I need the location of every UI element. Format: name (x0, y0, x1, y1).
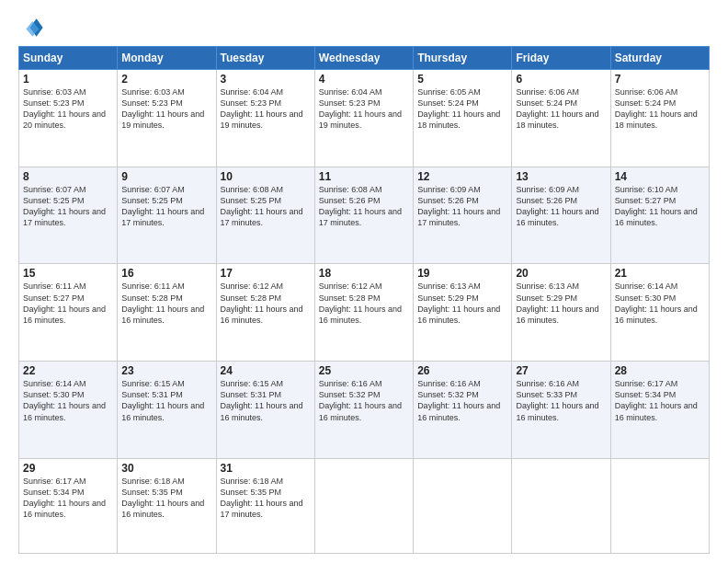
day-number: 30 (121, 462, 211, 475)
day-number: 12 (417, 170, 507, 183)
day-number: 22 (23, 364, 113, 377)
day-number: 8 (23, 170, 113, 183)
day-number: 1 (23, 73, 113, 86)
calendar-cell: 10 Sunrise: 6:08 AMSunset: 5:25 PMDaylig… (216, 167, 314, 264)
calendar-cell: 11 Sunrise: 6:08 AMSunset: 5:26 PMDaylig… (314, 167, 413, 264)
day-info: Sunrise: 6:08 AMSunset: 5:25 PMDaylight:… (221, 185, 303, 227)
calendar-cell: 5 Sunrise: 6:05 AMSunset: 5:24 PMDayligh… (414, 70, 512, 167)
calendar-cell: 7 Sunrise: 6:06 AMSunset: 5:24 PMDayligh… (610, 70, 709, 167)
day-number: 20 (516, 267, 606, 280)
day-number: 10 (221, 170, 311, 183)
calendar-cell: 23 Sunrise: 6:15 AMSunset: 5:31 PMDaylig… (118, 362, 216, 459)
day-info: Sunrise: 6:11 AMSunset: 5:27 PMDaylight:… (23, 282, 106, 324)
day-info: Sunrise: 6:14 AMSunset: 5:30 PMDaylight:… (615, 282, 698, 324)
day-info: Sunrise: 6:06 AMSunset: 5:24 PMDaylight:… (516, 87, 598, 130)
logo (18, 15, 48, 40)
day-number: 24 (221, 364, 311, 377)
day-info: Sunrise: 6:04 AMSunset: 5:23 PMDaylight:… (221, 87, 303, 130)
day-header-tuesday: Tuesday (216, 47, 314, 70)
calendar-cell: 2 Sunrise: 6:03 AMSunset: 5:23 PMDayligh… (118, 70, 216, 167)
calendar-cell: 19 Sunrise: 6:13 AMSunset: 5:29 PMDaylig… (414, 264, 512, 362)
day-number: 6 (516, 73, 606, 86)
day-header-sunday: Sunday (19, 47, 118, 70)
logo-icon (18, 15, 44, 40)
day-info: Sunrise: 6:14 AMSunset: 5:30 PMDaylight:… (23, 379, 106, 421)
day-number: 27 (516, 364, 606, 377)
day-info: Sunrise: 6:06 AMSunset: 5:24 PMDaylight:… (615, 87, 698, 130)
calendar-week-2: 8 Sunrise: 6:07 AMSunset: 5:25 PMDayligh… (19, 167, 710, 264)
day-info: Sunrise: 6:13 AMSunset: 5:29 PMDaylight:… (417, 282, 500, 324)
day-number: 16 (121, 267, 211, 280)
calendar-cell (610, 458, 709, 553)
calendar-cell: 6 Sunrise: 6:06 AMSunset: 5:24 PMDayligh… (512, 70, 610, 167)
day-info: Sunrise: 6:08 AMSunset: 5:26 PMDaylight:… (319, 185, 402, 227)
day-number: 29 (23, 462, 113, 475)
day-info: Sunrise: 6:07 AMSunset: 5:25 PMDaylight:… (23, 185, 106, 227)
calendar-week-5: 29 Sunrise: 6:17 AMSunset: 5:34 PMDaylig… (19, 458, 710, 553)
day-number: 19 (417, 267, 507, 280)
day-info: Sunrise: 6:17 AMSunset: 5:34 PMDaylight:… (23, 477, 106, 519)
day-number: 21 (615, 267, 705, 280)
day-info: Sunrise: 6:12 AMSunset: 5:28 PMDaylight:… (319, 282, 402, 324)
calendar-cell: 28 Sunrise: 6:17 AMSunset: 5:34 PMDaylig… (610, 362, 709, 459)
day-number: 23 (121, 364, 211, 377)
calendar-cell (314, 458, 413, 553)
day-number: 4 (319, 73, 409, 86)
day-number: 11 (319, 170, 409, 183)
day-info: Sunrise: 6:09 AMSunset: 5:26 PMDaylight:… (516, 185, 598, 227)
day-header-wednesday: Wednesday (314, 47, 413, 70)
day-info: Sunrise: 6:15 AMSunset: 5:31 PMDaylight:… (121, 379, 204, 421)
calendar-cell: 14 Sunrise: 6:10 AMSunset: 5:27 PMDaylig… (610, 167, 709, 264)
calendar-cell: 20 Sunrise: 6:13 AMSunset: 5:29 PMDaylig… (512, 264, 610, 362)
day-number: 18 (319, 267, 409, 280)
day-number: 7 (615, 73, 705, 86)
day-number: 5 (417, 73, 507, 86)
calendar-week-3: 15 Sunrise: 6:11 AMSunset: 5:27 PMDaylig… (19, 264, 710, 362)
calendar-cell: 27 Sunrise: 6:16 AMSunset: 5:33 PMDaylig… (512, 362, 610, 459)
calendar-cell: 31 Sunrise: 6:18 AMSunset: 5:35 PMDaylig… (216, 458, 314, 553)
calendar-cell: 16 Sunrise: 6:11 AMSunset: 5:28 PMDaylig… (118, 264, 216, 362)
calendar-cell: 12 Sunrise: 6:09 AMSunset: 5:26 PMDaylig… (414, 167, 512, 264)
day-info: Sunrise: 6:05 AMSunset: 5:24 PMDaylight:… (417, 87, 500, 130)
calendar-cell: 24 Sunrise: 6:15 AMSunset: 5:31 PMDaylig… (216, 362, 314, 459)
day-number: 3 (221, 73, 311, 86)
day-info: Sunrise: 6:03 AMSunset: 5:23 PMDaylight:… (121, 87, 204, 130)
calendar-cell: 8 Sunrise: 6:07 AMSunset: 5:25 PMDayligh… (19, 167, 118, 264)
day-info: Sunrise: 6:18 AMSunset: 5:35 PMDaylight:… (221, 477, 303, 519)
day-number: 14 (615, 170, 705, 183)
calendar-cell: 3 Sunrise: 6:04 AMSunset: 5:23 PMDayligh… (216, 70, 314, 167)
calendar-cell: 25 Sunrise: 6:16 AMSunset: 5:32 PMDaylig… (314, 362, 413, 459)
day-info: Sunrise: 6:16 AMSunset: 5:33 PMDaylight:… (516, 379, 598, 421)
day-info: Sunrise: 6:16 AMSunset: 5:32 PMDaylight:… (417, 379, 500, 421)
day-info: Sunrise: 6:10 AMSunset: 5:27 PMDaylight:… (615, 185, 698, 227)
day-info: Sunrise: 6:15 AMSunset: 5:31 PMDaylight:… (221, 379, 303, 421)
day-info: Sunrise: 6:16 AMSunset: 5:32 PMDaylight:… (319, 379, 402, 421)
day-info: Sunrise: 6:09 AMSunset: 5:26 PMDaylight:… (417, 185, 500, 227)
calendar-cell: 18 Sunrise: 6:12 AMSunset: 5:28 PMDaylig… (314, 264, 413, 362)
page: SundayMondayTuesdayWednesdayThursdayFrid… (0, 0, 728, 563)
calendar-cell: 26 Sunrise: 6:16 AMSunset: 5:32 PMDaylig… (414, 362, 512, 459)
day-number: 28 (615, 364, 705, 377)
calendar-cell: 22 Sunrise: 6:14 AMSunset: 5:30 PMDaylig… (19, 362, 118, 459)
day-header-saturday: Saturday (610, 47, 709, 70)
calendar-cell: 17 Sunrise: 6:12 AMSunset: 5:28 PMDaylig… (216, 264, 314, 362)
day-info: Sunrise: 6:04 AMSunset: 5:23 PMDaylight:… (319, 87, 402, 130)
day-info: Sunrise: 6:12 AMSunset: 5:28 PMDaylight:… (221, 282, 303, 324)
calendar-header-row: SundayMondayTuesdayWednesdayThursdayFrid… (19, 47, 710, 70)
day-info: Sunrise: 6:17 AMSunset: 5:34 PMDaylight:… (615, 379, 698, 421)
day-number: 9 (121, 170, 211, 183)
calendar-cell: 1 Sunrise: 6:03 AMSunset: 5:23 PMDayligh… (19, 70, 118, 167)
day-number: 17 (221, 267, 311, 280)
header (18, 15, 710, 40)
day-header-friday: Friday (512, 47, 610, 70)
calendar-cell: 15 Sunrise: 6:11 AMSunset: 5:27 PMDaylig… (19, 264, 118, 362)
day-number: 15 (23, 267, 113, 280)
day-number: 25 (319, 364, 409, 377)
day-info: Sunrise: 6:11 AMSunset: 5:28 PMDaylight:… (121, 282, 204, 324)
calendar-cell: 13 Sunrise: 6:09 AMSunset: 5:26 PMDaylig… (512, 167, 610, 264)
calendar-cell: 21 Sunrise: 6:14 AMSunset: 5:30 PMDaylig… (610, 264, 709, 362)
day-info: Sunrise: 6:03 AMSunset: 5:23 PMDaylight:… (23, 87, 106, 130)
calendar-cell: 29 Sunrise: 6:17 AMSunset: 5:34 PMDaylig… (19, 458, 118, 553)
calendar-cell: 4 Sunrise: 6:04 AMSunset: 5:23 PMDayligh… (314, 70, 413, 167)
day-number: 13 (516, 170, 606, 183)
